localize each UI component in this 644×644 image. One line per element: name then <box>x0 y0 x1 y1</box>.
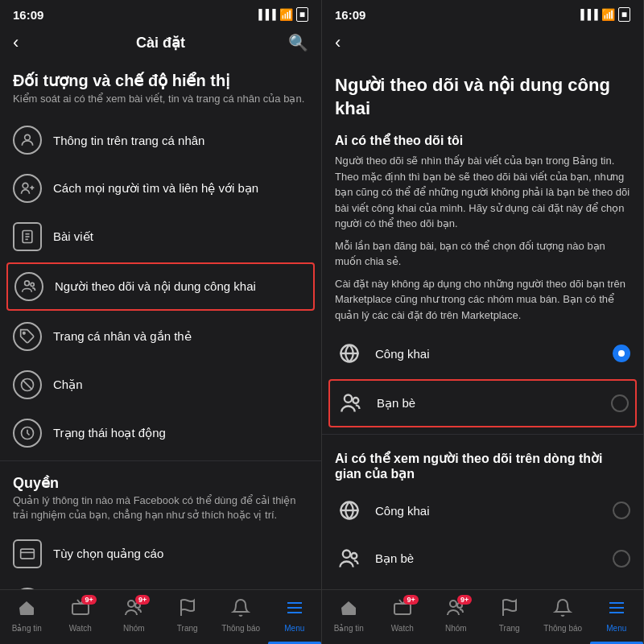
svg-rect-14 <box>21 549 35 559</box>
person-icon <box>13 126 42 155</box>
status-icons-right: ▐▐▐ 📶 ■ <box>577 7 630 22</box>
doc-icon <box>13 222 42 251</box>
menu-item-find-contact[interactable]: Cách mọi người tìm và liên hệ với bạn <box>0 164 321 213</box>
radio-label-friends2: Bạn bè <box>375 551 613 566</box>
menu-item-location[interactable]: Vị trí <box>0 578 321 589</box>
flag-icon <box>178 598 197 622</box>
status-time-left: 16:09 <box>13 8 43 22</box>
tab-home-left[interactable]: Bảng tin <box>0 590 54 644</box>
tab-home-right[interactable]: Bảng tin <box>322 590 376 644</box>
menu-icon-right <box>607 598 626 622</box>
tab-menu-left[interactable]: Menu <box>268 590 322 644</box>
tab-menu-right[interactable]: Menu <box>590 590 644 644</box>
radio-friends2[interactable]: Bạn bè <box>322 535 643 583</box>
menu-label-followers: Người theo dõi và nội dung công khai <box>55 279 307 294</box>
section2-right-title: Ai có thể xem người theo dõi trên dòng t… <box>322 441 643 486</box>
signal-icon: ▐▐▐ <box>255 9 276 20</box>
section1-right-body1: Người theo dõi sẽ nhìn thấy bài viết của… <box>322 153 643 238</box>
section1-title: Đối tượng và chế độ hiển thị <box>0 61 321 92</box>
tab-label-notifications-right: Thông báo <box>543 624 582 633</box>
battery-icon: ■ <box>296 7 308 22</box>
radio-label-friends: Bạn bè <box>377 396 611 411</box>
nav-header-left: ‹ Cài đặt 🔍 <box>0 26 321 61</box>
svg-point-34 <box>351 553 357 559</box>
menu-item-block[interactable]: Chặn <box>0 361 321 409</box>
section2-subtitle: Quản lý thông tin nào mà Facebook có thể… <box>0 493 321 529</box>
menu-item-followers[interactable]: Người theo dõi và nội dung công khai <box>6 262 315 311</box>
nav-header-right: ‹ <box>322 26 643 61</box>
watch-badge-right: 9+ <box>403 595 418 605</box>
tab-watch-right[interactable]: 9+ Watch <box>376 590 430 644</box>
section-divider <box>0 460 321 461</box>
tab-label-home-left: Bảng tin <box>12 624 42 633</box>
svg-point-21 <box>128 601 134 607</box>
svg-point-9 <box>31 283 34 287</box>
back-button-left[interactable]: ‹ <box>13 32 39 53</box>
tag-icon <box>13 322 42 351</box>
section2-title: Quyền <box>0 464 321 493</box>
watch-badge-left: 9+ <box>81 595 96 605</box>
menu-item-activity[interactable]: Trạng thái hoạt động <box>0 409 321 457</box>
flag-icon-right <box>500 598 519 622</box>
menu-label-profile-tags: Trang cá nhân và gắn thẻ <box>53 329 308 344</box>
tab-groups-right[interactable]: 9+ Nhóm <box>429 590 483 644</box>
svg-point-36 <box>450 601 456 607</box>
status-bar-left: 16:09 ▐▐▐ 📶 ■ <box>0 0 321 26</box>
menu-item-posts[interactable]: Bài viết <box>0 213 321 261</box>
menu-item-ads[interactable]: Tùy chọn quảng cáo <box>0 530 321 578</box>
svg-point-33 <box>343 551 350 558</box>
tab-notifications-right[interactable]: Thông báo <box>536 590 590 644</box>
nav-title-left: Cài đặt <box>136 34 185 52</box>
radio-public2[interactable]: Công khai <box>322 486 643 535</box>
status-time-right: 16:09 <box>335 8 365 22</box>
person-add-icon <box>13 174 42 203</box>
radio-circle-public2[interactable] <box>613 502 630 519</box>
tab-bar-left: Bảng tin 9+ Watch 9+ Nhóm Trang <box>0 589 321 644</box>
globe-icon2 <box>335 496 364 525</box>
tab-label-notifications-left: Thông báo <box>221 624 260 633</box>
menu-label-activity: Trạng thái hoạt động <box>53 426 308 440</box>
radio-friends[interactable]: Bạn bè <box>328 379 637 427</box>
radio-circle-friends[interactable] <box>611 394 629 412</box>
tab-label-menu-right: Menu <box>606 624 626 633</box>
globe-icon <box>335 339 364 368</box>
tab-label-watch-left: Watch <box>69 624 92 633</box>
svg-point-30 <box>353 398 358 403</box>
tab-label-watch-right: Watch <box>391 624 414 633</box>
tab-label-groups-left: Nhóm <box>123 624 145 633</box>
radio-circle-public[interactable] <box>613 345 630 362</box>
svg-point-29 <box>345 395 352 402</box>
wifi-icon-right: 📶 <box>601 8 615 21</box>
menu-label-find-contact: Cách mọi người tìm và liên hệ với bạn <box>53 181 308 196</box>
tab-watch-left[interactable]: 9+ Watch <box>54 590 108 644</box>
home-icon-right <box>339 598 358 622</box>
back-button-right[interactable]: ‹ <box>335 32 361 53</box>
svg-line-12 <box>23 380 32 390</box>
tv-icon-right: 9+ <box>393 598 412 622</box>
section1-right-body3: Cài đặt này không áp dụng cho những ngườ… <box>322 276 643 330</box>
radio-label-public2: Công khai <box>375 504 613 518</box>
menu-item-profile-info[interactable]: Thông tin trên trang cá nhân <box>0 116 321 164</box>
svg-rect-35 <box>394 604 411 614</box>
tab-label-groups-right: Nhóm <box>445 624 467 633</box>
users-icon-right: 9+ <box>446 598 465 622</box>
search-button-left[interactable]: 🔍 <box>283 33 308 52</box>
svg-point-1 <box>23 184 28 189</box>
tab-groups-left[interactable]: 9+ Nhóm <box>107 590 161 644</box>
person-group-icon <box>14 272 43 301</box>
page-title-right: Người theo dõi và nội dung công khai <box>322 68 643 123</box>
tab-label-menu-left: Menu <box>284 624 304 633</box>
menu-item-profile-tags[interactable]: Trang cá nhân và gắn thẻ <box>0 312 321 361</box>
tab-notifications-left[interactable]: Thông báo <box>214 590 268 644</box>
wifi-icon: 📶 <box>279 8 293 21</box>
tab-pages-left[interactable]: Trang <box>161 590 215 644</box>
radio-circle-friends2[interactable] <box>613 550 630 568</box>
battery-icon-right: ■ <box>618 7 630 22</box>
menu-label-ads: Tùy chọn quảng cáo <box>53 547 308 561</box>
tab-pages-right[interactable]: Trang <box>483 590 537 644</box>
bell-icon <box>231 598 250 622</box>
radio-public[interactable]: Công khai <box>322 329 643 378</box>
ad-icon <box>13 539 42 568</box>
tab-label-home-right: Bảng tin <box>334 624 364 633</box>
status-bar-right: 16:09 ▐▐▐ 📶 ■ <box>322 0 643 26</box>
